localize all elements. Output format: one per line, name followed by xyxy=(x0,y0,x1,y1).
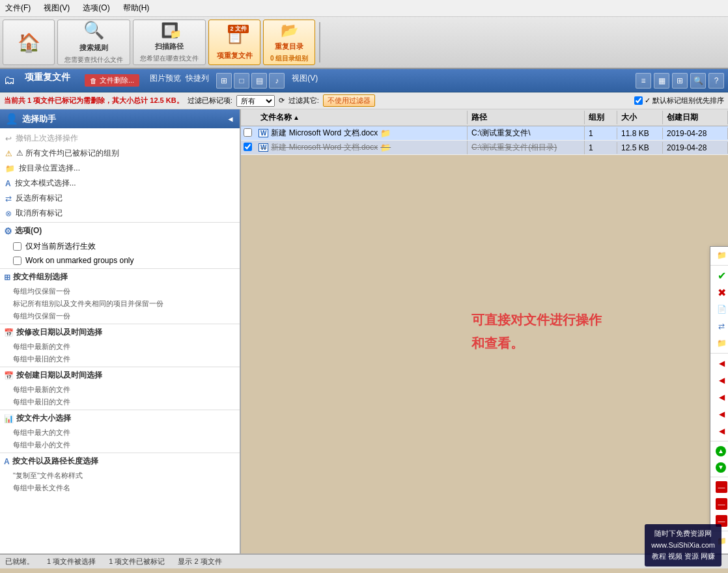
sort-label[interactable]: ✓ 默认标记组别优先排序 xyxy=(634,96,724,105)
dupe-files-button[interactable]: 📋 2 文件 项重复文件 xyxy=(208,20,260,65)
cm-invert[interactable]: ⇄ 反选所有标记 xyxy=(710,318,728,335)
ds2-item[interactable]: 每组中最旧的文件 xyxy=(0,353,240,365)
table-row[interactable]: W 新建 Microsoft Word 文档.docx 📁 C:\测试重复文件\… xyxy=(241,126,728,141)
cm-parent-folder[interactable]: 📁 上级文件夹 ▶ xyxy=(710,335,728,352)
file-size-icon: ◀ xyxy=(716,425,727,437)
invert-item[interactable]: ⇄ 反选所有标记 xyxy=(0,191,240,206)
jump-up-icon: ▲ xyxy=(716,446,726,456)
cm-filter-group[interactable]: ◀ 过滤此项依据 组别 (1) xyxy=(710,372,728,389)
menu-options[interactable]: 选项(O) xyxy=(80,1,112,15)
view-grid-btn[interactable]: ⊞ xyxy=(216,73,232,89)
dupe-files-label: 项重复文件 xyxy=(217,51,253,61)
cs2-item[interactable]: 每组中最旧的文件 xyxy=(0,396,240,408)
menu-help[interactable]: 帮助(H) xyxy=(120,1,152,15)
watermark: 随时下免费资源网 www.SuiShiXia.com 教程 视频 资源 网赚 xyxy=(645,524,721,566)
ss2-item[interactable]: 每组中最小的文件 xyxy=(0,439,240,451)
path-col-header[interactable]: 路径 xyxy=(468,111,585,124)
img-preview-label: 图片预览 xyxy=(150,73,181,89)
all-marked-item[interactable]: ⚠ ⚠ 所有文件均已被标记的组别 xyxy=(0,146,240,161)
search-rules-label: 搜索规则 xyxy=(79,43,108,53)
row2-path: C:\测试重复文件(相目录) xyxy=(468,141,585,154)
row1-checkbox[interactable] xyxy=(241,127,255,140)
text-icon: A xyxy=(5,179,11,188)
cm-sep4 xyxy=(710,477,728,477)
folder-icon-2: 📁 xyxy=(380,143,391,152)
collapse-button[interactable]: ◄ xyxy=(227,115,234,124)
ps2-item[interactable]: 每组中最长文件名 xyxy=(0,482,240,494)
option2-input[interactable] xyxy=(13,257,21,265)
fg3-item[interactable]: 每组均仅保留一份 xyxy=(0,310,240,322)
filter-path-icon: ◀ xyxy=(716,357,727,369)
cm-mark[interactable]: ✔ 标记 ▶ xyxy=(710,267,728,284)
row2-group: 1 xyxy=(585,142,617,154)
cm-filter-path[interactable]: ◀ 过滤此项依据 路径 xyxy=(710,355,728,372)
table-view-btn[interactable]: ▦ xyxy=(654,73,669,89)
cm-remove-marked[interactable]: — 从列表中移除标记项 Ctrl+Delete xyxy=(710,496,728,512)
cm-unmark[interactable]: ✖ 取消标记 ▶ xyxy=(710,284,728,301)
view-detail-btn[interactable]: □ xyxy=(234,73,249,89)
menu-view[interactable]: 视图(V) xyxy=(41,1,72,15)
option1-input[interactable] xyxy=(13,242,21,251)
row1-name: W 新建 Microsoft Word 文档.docx 📁 xyxy=(255,126,468,140)
status-marked: 1 项文件已被标记 xyxy=(109,557,165,566)
cm-remove-sel[interactable]: — 从列表中移除所选项 Shift+Delete xyxy=(710,479,728,496)
list-view-btn[interactable]: ≡ xyxy=(636,73,651,89)
fg1-item[interactable]: 每组均仅保留一份 xyxy=(0,285,240,298)
dupe-dirs-icon: 📂 xyxy=(277,22,301,39)
dupe-dirs-button[interactable]: 📂 重复目录 0 组目录组别 xyxy=(263,20,315,65)
ds1-item[interactable]: 每组中最新的文件 xyxy=(0,341,240,353)
toolbar2-right-tools: ≡ ▦ ⊞ 🔍 ? xyxy=(636,73,724,89)
dupe-files-icon: 📋 2 文件 xyxy=(223,25,246,48)
scan-path-button[interactable]: 🔲📁 扫描路径 您希望在哪查找文件 xyxy=(133,20,206,65)
refresh-icon[interactable]: ⟳ xyxy=(279,96,285,105)
ps1-item[interactable]: "复制至"文件名称样式 xyxy=(0,469,240,482)
undo-item[interactable]: ↩ 撤销上次选择操作 xyxy=(0,131,240,146)
option2-check[interactable]: Work on unmarked groups only xyxy=(0,254,240,267)
text-select-item[interactable]: A 按文本模式选择... xyxy=(0,176,240,191)
row2-date: 2019-04-28 xyxy=(663,142,728,154)
search-btn[interactable]: 🔍 xyxy=(690,73,706,89)
delete-button[interactable]: 🗑 文件删除... xyxy=(85,74,139,87)
table-row[interactable]: W 新建 Microsoft Word 文档.docx 📁 C:\测试重复文件(… xyxy=(241,141,728,155)
home-button[interactable]: 🏠 xyxy=(3,20,55,65)
cm-file-type[interactable]: ◀ 文件类型 ▶ xyxy=(710,406,728,423)
file-list: 文件名称 ▲ 路径 组别 大小 创建日期 W 新建 Micro xyxy=(241,109,728,553)
view-thumb-btn[interactable]: ▤ xyxy=(251,73,267,89)
fg2-item[interactable]: 标记所有组别以及文件夹相同的项目并保留一份 xyxy=(0,298,240,310)
context-menu: 📁 查看/执行 新建 Microsoft Word 文档.docx Return… xyxy=(710,246,728,553)
cancel-marks-item[interactable]: ⊗ 取消所有标记 xyxy=(0,206,240,221)
cm-unmark-all[interactable]: 📄 取消所有标记 xyxy=(710,301,728,318)
view-media-btn[interactable]: ♪ xyxy=(269,73,285,89)
dir-select-item[interactable]: 📁 按目录位置选择... xyxy=(0,161,240,176)
sort-checkbox[interactable] xyxy=(634,96,643,105)
no-filter-button[interactable]: 不使用过滤器 xyxy=(323,94,375,107)
cm-filter-type[interactable]: ◀ 过滤此项依据 文件类型 (.docx) xyxy=(710,389,728,406)
cm-jump-up[interactable]: ▲ 跳转至上个被标记文件 Alt+Up xyxy=(710,443,728,459)
name-col-header[interactable]: 文件名称 ▲ xyxy=(257,111,468,124)
cs1-item[interactable]: 每组中最新的文件 xyxy=(0,384,240,396)
help-btn[interactable]: ? xyxy=(708,73,724,89)
status-display: 显示 2 项文件 xyxy=(178,557,221,566)
scan-path-sublabel: 您希望在哪查找文件 xyxy=(140,54,199,63)
size-col-header[interactable]: 大小 xyxy=(617,111,663,124)
date-col-header[interactable]: 创建日期 xyxy=(663,111,728,124)
option1-check[interactable]: 仅对当前所选行生效 xyxy=(0,239,240,254)
file-group-label: 按文件组别选择 xyxy=(13,272,68,283)
delete-label: 文件删除... xyxy=(100,76,134,85)
cm-jump-down[interactable]: ▼ 跳转至下个被标记文件 Alt+Down xyxy=(710,459,728,475)
grid-view-btn[interactable]: ⊞ xyxy=(672,73,688,89)
group-col-header[interactable]: 组别 xyxy=(585,111,617,124)
cm-file-size[interactable]: ◀ 文件大小 ▶ xyxy=(710,423,728,440)
cm-open[interactable]: 📁 查看/执行 新建 Microsoft Word 文档.docx Return xyxy=(710,247,728,264)
filter-select[interactable]: 所有 已标记 未标记 xyxy=(236,95,275,107)
status-ready: 已就绪。 xyxy=(5,557,34,566)
home-icon: 🏠 xyxy=(17,31,40,54)
left-panel-title: 选择助手 xyxy=(22,113,56,125)
options-section: ⚙ 选项(O) xyxy=(0,222,240,239)
undo-label: 撤销上次选择操作 xyxy=(16,133,78,144)
menu-file[interactable]: 文件(F) xyxy=(3,1,33,15)
ss1-item[interactable]: 每组中最大的文件 xyxy=(0,426,240,439)
search-rules-button[interactable]: 🔍 搜索规则 您需要查找什么文件 xyxy=(57,20,130,65)
file-type-icon: ◀ xyxy=(716,408,727,420)
row2-checkbox[interactable] xyxy=(241,141,255,154)
